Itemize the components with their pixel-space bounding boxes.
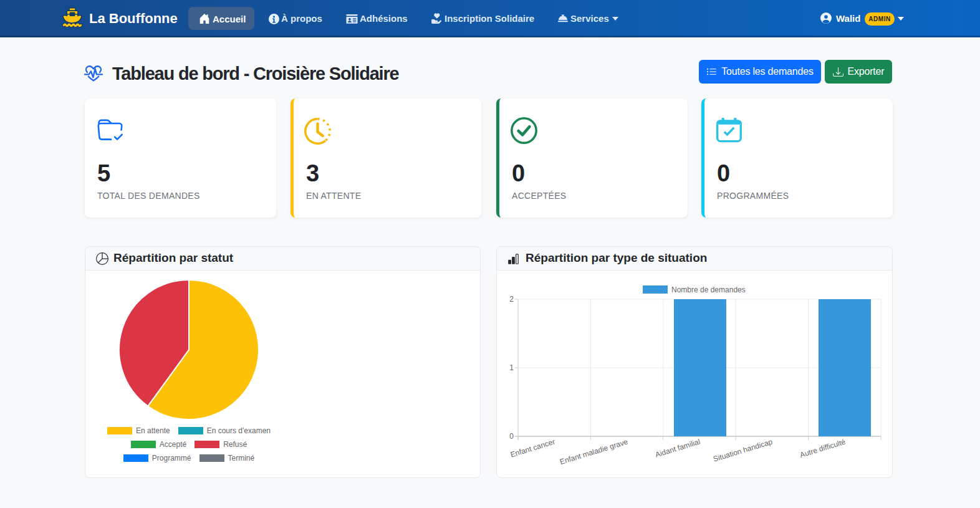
svg-text:Enfant cancer: Enfant cancer — [509, 437, 556, 459]
svg-text:Situation handicap: Situation handicap — [712, 437, 774, 463]
svg-text:1: 1 — [509, 363, 514, 372]
svg-text:Enfant maladie grave: Enfant maladie grave — [559, 437, 629, 466]
svg-text:2: 2 — [509, 295, 514, 304]
svg-text:0: 0 — [509, 432, 514, 441]
svg-text:Aidant familial: Aidant familial — [654, 437, 701, 459]
svg-text:Autre difficulté: Autre difficulté — [799, 437, 847, 459]
svg-text:Nombre de demandes: Nombre de demandes — [671, 285, 746, 294]
